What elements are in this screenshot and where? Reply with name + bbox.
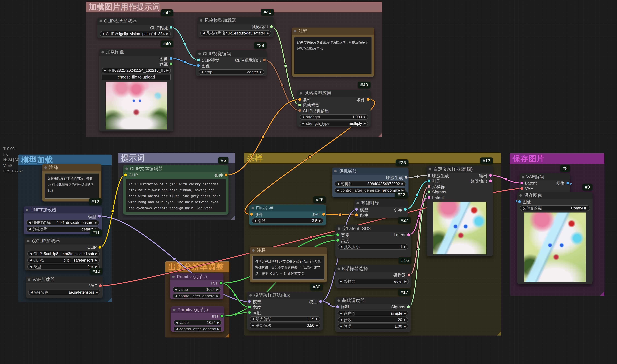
input-slot-int-icon[interactable] [336, 234, 339, 236]
node-11[interactable]: #11双CLIP加载器CLIP◀CLIP1t5xxl_fp8_e4m3fn_sc… [25, 237, 102, 271]
collapse-dot-icon[interactable] [125, 168, 128, 170]
widget-crop[interactable]: ◀cropcenter▶ [199, 69, 264, 75]
widget-strength_type[interactable]: ◀strength_typemultiply▶ [300, 121, 368, 126]
output-slot-clip_vision-icon[interactable] [170, 26, 172, 29]
node-header[interactable]: CLIP视觉编码 [196, 50, 267, 57]
node-header[interactable]: 空Latent_SD3 [335, 225, 411, 232]
input-slot-clip-icon[interactable] [124, 173, 127, 176]
node-16[interactable]: #16K采样器选择采样器◀采样器euler▶ [335, 265, 411, 288]
widget-最大偏移[interactable]: ◀最大偏移1.15▶ [250, 316, 320, 322]
input-slot-model-icon[interactable] [248, 300, 251, 303]
input-slot-int-icon[interactable] [336, 239, 339, 242]
widget-CLIP1[interactable]: ◀CLIP1t5xxl_fp8_e4m3fn_scaled.safete...▶ [27, 251, 100, 257]
input-slot-sigmas-icon[interactable] [428, 191, 430, 193]
input-slot-guider-icon[interactable] [428, 180, 430, 182]
node-42[interactable]: #42CLIP视觉加载器CLIP视觉◀CLIP名称sigclip_vision_… [97, 17, 173, 38]
input-slot-int-icon[interactable] [248, 311, 251, 314]
output-slot-clip_vision_output-icon[interactable] [263, 59, 266, 61]
widget-采样器[interactable]: ◀采样器euler▶ [338, 279, 409, 284]
node-header[interactable]: K采样器选择 [335, 265, 411, 272]
node-header[interactable]: VAE加载器 [26, 276, 103, 283]
decrement-arrow-icon[interactable]: ◀ [340, 279, 342, 284]
output-slot-mask-icon[interactable] [170, 63, 172, 65]
collapse-dot-icon[interactable] [172, 276, 175, 278]
widget-strength[interactable]: ◀strength1.000▶ [300, 114, 368, 120]
output-slot-int-icon[interactable] [220, 282, 222, 284]
input-slot-clip_vision_output-icon[interactable] [298, 109, 301, 112]
widget-value[interactable]: ◀value1024▶ [173, 320, 222, 325]
node-header[interactable]: 模型采样算法Flux [247, 292, 323, 299]
node-header[interactable]: 随机噪波 [332, 168, 409, 175]
output-slot-vae-icon[interactable] [99, 284, 102, 287]
output-slot-noise-icon[interactable] [405, 176, 408, 179]
increment-arrow-icon[interactable]: ▶ [401, 181, 404, 187]
decrement-arrow-icon[interactable]: ◀ [252, 316, 254, 322]
node-header[interactable]: CLIP视觉加载器 [97, 17, 173, 25]
collapse-dot-icon[interactable] [356, 202, 359, 204]
increment-arrow-icon[interactable]: ▶ [95, 258, 97, 263]
increment-arrow-icon[interactable]: ▶ [217, 326, 219, 332]
output-slot-style_model-icon[interactable] [270, 25, 273, 28]
output-slot-conditioning-icon[interactable] [322, 213, 325, 216]
widget-control_after_generate[interactable]: ◀control_after_generate▶ [173, 293, 221, 299]
collapse-dot-icon[interactable] [27, 240, 29, 242]
node-p2[interactable]: Primitive元节点INT◀value1024▶◀control_after… [171, 306, 224, 332]
decrement-arrow-icon[interactable]: ◀ [104, 68, 106, 73]
output-slot-int-icon[interactable] [220, 315, 223, 317]
increment-arrow-icon[interactable]: ▶ [267, 30, 269, 36]
decrement-arrow-icon[interactable]: ◀ [175, 293, 177, 299]
collapse-dot-icon[interactable] [101, 51, 104, 53]
widget-类型[interactable]: ◀类型flux▶ [27, 264, 100, 270]
decrement-arrow-icon[interactable]: ◀ [254, 218, 256, 223]
collapse-dot-icon[interactable] [44, 166, 47, 169]
node-header[interactable]: 注释 [42, 164, 101, 171]
decrement-arrow-icon[interactable]: ◀ [176, 326, 178, 332]
decrement-arrow-icon[interactable]: ◀ [30, 264, 32, 270]
input-slot-conditioning-icon[interactable] [298, 98, 301, 101]
increment-arrow-icon[interactable]: ▶ [319, 218, 321, 223]
node-header[interactable]: Primitive元节点 [170, 273, 223, 280]
node-22[interactable]: #22基础引导模型引导条件 [354, 200, 408, 218]
input-slot-model-icon[interactable] [336, 305, 339, 308]
decrement-arrow-icon[interactable]: ◀ [30, 258, 32, 263]
collapse-dot-icon[interactable] [251, 207, 254, 209]
output-slot-model-icon[interactable] [319, 300, 322, 303]
collapse-dot-icon[interactable] [28, 278, 30, 281]
decrement-arrow-icon[interactable]: ◀ [340, 244, 342, 249]
widget-CLIP名称[interactable]: ◀CLIP名称sigclip_vision_patch14_384.safete… [100, 31, 171, 37]
widget-降噪[interactable]: ◀降噪1.00▶ [338, 324, 408, 329]
decrement-arrow-icon[interactable]: ◀ [302, 114, 304, 120]
collapse-dot-icon[interactable] [334, 170, 337, 172]
collapse-dot-icon[interactable] [99, 20, 102, 22]
increment-arrow-icon[interactable]: ▶ [404, 279, 407, 284]
increment-arrow-icon[interactable]: ▶ [95, 220, 97, 225]
widget-UNET名称[interactable]: ◀UNET名称flux1-dev.safetensors▶ [26, 220, 99, 225]
decrement-arrow-icon[interactable]: ◀ [102, 31, 104, 37]
node-header[interactable]: 加载图像 [99, 49, 173, 56]
node-header[interactable]: 风格模型加载器 [198, 17, 274, 24]
input-slot-conditioning-icon[interactable] [250, 213, 253, 216]
decrement-arrow-icon[interactable]: ◀ [340, 317, 342, 323]
widget-批次大小[interactable]: ◀批次大小1▶ [338, 244, 408, 249]
output-slot-latent-icon[interactable] [489, 174, 492, 177]
prompt-textarea[interactable]: An illustration of a girl with cherry bl… [126, 179, 226, 212]
widget-vae名称[interactable]: ◀vae名称ae.safetensors▶ [28, 289, 100, 295]
collapse-dot-icon[interactable] [198, 52, 201, 55]
decrement-arrow-icon[interactable]: ◀ [337, 181, 339, 187]
decrement-arrow-icon[interactable]: ◀ [28, 226, 31, 232]
widget-control_after_generate[interactable]: ◀control_after_generate▶ [173, 326, 222, 332]
node-27[interactable]: #27空Latent_SD3宽度Latent高度◀批次大小1▶ [335, 225, 411, 258]
output-slot-clip-icon[interactable] [98, 246, 101, 249]
node-header[interactable]: 双CLIP加载器 [25, 237, 102, 245]
widget-步数[interactable]: ◀步数20▶ [338, 317, 408, 323]
widget-随机种[interactable]: ◀随机种308404854972902▶ [335, 181, 406, 187]
decrement-arrow-icon[interactable]: ◀ [302, 121, 304, 126]
node-41[interactable]: #41风格模型加载器风格模型◀风格模型名称flux1-redux-dev.saf… [198, 17, 274, 37]
collapse-dot-icon[interactable] [429, 168, 431, 170]
node-6[interactable]: #6CLIP文本编码器CLIP条件An illustration of a gi… [123, 165, 228, 215]
increment-arrow-icon[interactable]: ▶ [96, 289, 98, 295]
collapse-dot-icon[interactable] [522, 176, 524, 178]
increment-arrow-icon[interactable]: ▶ [217, 287, 219, 292]
node-43[interactable]: #43风格模型应用条件条件风格模型CLIP视觉输出◀strength1.000▶… [297, 90, 370, 127]
node-header[interactable]: UNET加载器 [24, 206, 102, 213]
